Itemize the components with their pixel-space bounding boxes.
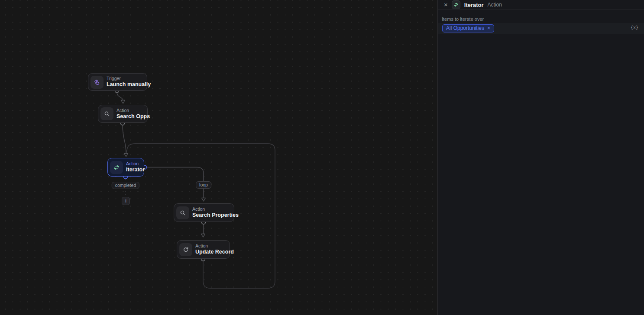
node-title: Update Record [195, 249, 234, 256]
node-action-search-opps[interactable]: Action Search Opps [98, 105, 148, 123]
workflow-canvas[interactable]: Trigger Launch manually Action Search Op… [0, 0, 438, 315]
repeat-icon [110, 161, 123, 174]
insert-variable-button[interactable]: {x} [628, 24, 641, 33]
edge-label-loop: loop [196, 181, 211, 189]
node-title: Search Opps [117, 113, 150, 120]
node-title: Search Properties [192, 212, 239, 219]
edge-label-completed: completed [112, 182, 139, 189]
workflow-edges [0, 0, 438, 315]
add-step-button[interactable]: + [122, 197, 130, 205]
search-icon [176, 206, 189, 219]
node-action-iterator[interactable]: Action Iterator [107, 158, 144, 177]
node-action-update-record[interactable]: Action Update Record [177, 240, 230, 259]
node-category-label: Action [195, 243, 234, 249]
chip-remove-icon[interactable]: × [487, 25, 490, 31]
node-category-label: Trigger [107, 76, 151, 81]
items-to-iterate-input[interactable]: All Opportunities × {x} [438, 23, 644, 34]
panel-title: Iterator [464, 2, 484, 8]
panel-type-badge: Action [488, 2, 502, 8]
inspector-panel: × Iterator Action Items to iterate over … [438, 0, 644, 315]
close-icon[interactable]: × [444, 1, 448, 8]
node-title: Iterator [126, 167, 145, 174]
node-title: Launch manually [107, 81, 151, 88]
repeat-icon [452, 0, 460, 9]
refresh-icon [179, 243, 192, 256]
node-category-label: Action [126, 161, 145, 167]
node-category-label: Action [117, 108, 150, 113]
field-label: Items to iterate over [442, 16, 484, 22]
inspector-header: × Iterator Action [438, 0, 644, 10]
chip-all-opportunities[interactable]: All Opportunities × [442, 24, 494, 32]
node-action-search-properties[interactable]: Action Search Properties [174, 203, 234, 222]
node-trigger-launch-manually[interactable]: Trigger Launch manually [88, 73, 147, 91]
hand-click-icon [91, 76, 104, 89]
search-icon [100, 107, 113, 120]
chip-label: All Opportunities [446, 25, 484, 31]
node-category-label: Action [192, 206, 239, 212]
